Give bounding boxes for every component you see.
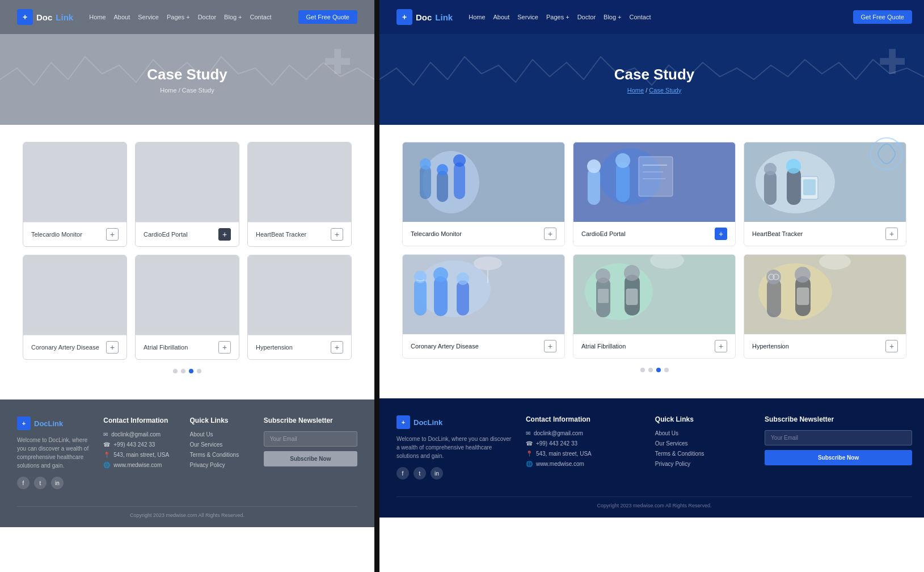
left-footer-link-2[interactable]: Our Services — [189, 441, 252, 448]
right-hero-cross: ✚ — [878, 45, 906, 79]
right-card-4-svg — [403, 255, 564, 334]
left-card-1-footer: Telecardio Monitor + — [23, 222, 126, 246]
right-social-in[interactable]: in — [431, 467, 443, 480]
right-footer-contact-address: 📍 543, main street, USA — [526, 451, 644, 457]
right-card-6-plus[interactable]: + — [885, 340, 898, 352]
left-card-6: Hypertension + — [247, 255, 352, 360]
left-nav-pages[interactable]: Pages + — [167, 14, 190, 20]
right-social-tw[interactable]: t — [414, 467, 426, 480]
right-card-3-title: HeartBeat Tracker — [752, 230, 803, 237]
right-dot-3[interactable] — [656, 368, 661, 372]
right-footer-link-3[interactable]: Terms & Conditions — [655, 451, 753, 457]
left-card-4-plus[interactable]: + — [106, 341, 119, 354]
right-dot-2[interactable] — [648, 368, 653, 372]
left-nav-service[interactable]: Service — [138, 14, 159, 20]
right-hero-breadcrumb-home[interactable]: Home — [627, 87, 644, 94]
left-footer-contact-phone: ☎ +99) 443 242 33 — [103, 441, 178, 448]
left-card-2-title: CardioEd Portal — [144, 231, 188, 238]
left-footer-logo: + DocLink — [17, 417, 92, 430]
right-dot-1[interactable] — [640, 368, 645, 372]
right-footer-newsletter-heading: Subscribe Newsletter — [765, 415, 912, 423]
left-logo-icon: + — [17, 9, 33, 25]
right-card-6-image — [744, 255, 906, 334]
left-nav-home[interactable]: Home — [89, 14, 106, 20]
left-nav-doctor[interactable]: Doctor — [198, 14, 216, 20]
left-card-4-image — [23, 255, 126, 335]
svg-rect-56 — [797, 288, 809, 305]
left-nav-contact[interactable]: Contact — [250, 14, 272, 20]
left-dot-4[interactable] — [197, 369, 201, 373]
left-card-3: HeartBeat Tracker + — [247, 142, 352, 247]
right-nav: + DocLink Home About Service Pages + Doc… — [379, 0, 924, 34]
left-card-1-plus[interactable]: + — [106, 228, 119, 241]
right-footer-divider — [396, 497, 912, 497]
left-dot-2[interactable] — [181, 369, 185, 373]
right-card-5-plus[interactable]: + — [715, 340, 727, 352]
right-decoration — [867, 134, 906, 176]
right-card-2-plus[interactable]: + — [715, 228, 727, 240]
left-card-5-footer: Atrial Fibrillation + — [136, 335, 239, 359]
right-card-1-plus[interactable]: + — [544, 228, 556, 240]
left-nav-about[interactable]: About — [114, 14, 130, 20]
left-card-2: CardioEd Portal + — [135, 142, 239, 247]
svg-point-30 — [417, 260, 491, 317]
right-footer: + DocLink Welcome to DocLink, where you … — [379, 398, 924, 518]
left-footer-contact-web: 🌐 www.medwise.com — [103, 462, 178, 468]
right-footer-link-4[interactable]: Privacy Policy — [655, 461, 753, 467]
left-card-3-plus[interactable]: + — [331, 228, 343, 241]
right-footer-link-1[interactable]: About Us — [655, 430, 753, 436]
left-dot-3[interactable] — [189, 369, 193, 373]
right-nav-service[interactable]: Service — [517, 14, 538, 20]
right-card-2-title: CardioEd Portal — [581, 230, 626, 237]
left-social-in[interactable]: in — [51, 477, 64, 489]
right-card-4: Coronary Artery Disease + — [402, 254, 565, 359]
right-footer-socials: f t in — [396, 467, 514, 480]
svg-point-2 — [896, 142, 900, 146]
left-social-fb[interactable]: f — [17, 477, 29, 489]
right-footer-link-2[interactable]: Our Services — [655, 440, 753, 447]
left-panel: + DocLink Home About Service Pages + Doc… — [0, 0, 374, 572]
left-newsletter-btn[interactable]: Subscribe Now — [264, 451, 357, 466]
right-card-4-plus[interactable]: + — [544, 340, 556, 352]
right-card-3-plus[interactable]: + — [885, 228, 898, 240]
svg-point-40 — [585, 263, 653, 320]
right-footer-desc: Welcome to DocLink, where you can discov… — [396, 435, 514, 460]
right-hero: ✚ Case Study Home / Case Study — [379, 34, 924, 125]
left-footer-link-1[interactable]: About Us — [189, 431, 252, 438]
svg-rect-46 — [626, 289, 638, 305]
right-nav-pages[interactable]: Pages + — [546, 14, 569, 20]
right-cards-grid: Telecardio Monitor + — [402, 142, 906, 359]
left-nav: + DocLink Home About Service Pages + Doc… — [0, 0, 374, 34]
right-dot-4[interactable] — [664, 368, 669, 372]
svg-rect-35 — [457, 280, 469, 316]
right-hero-breadcrumb-current[interactable]: Case Study — [649, 87, 681, 94]
right-footer-contact-web: 🌐 www.medwise.com — [526, 461, 644, 467]
right-newsletter-btn[interactable]: Subscribe Now — [765, 450, 912, 465]
left-card-6-plus[interactable]: + — [331, 341, 343, 354]
left-footer-link-4[interactable]: Privacy Policy — [189, 462, 252, 468]
left-cards-grid: Telecardio Monitor + CardioEd Portal + H… — [23, 142, 352, 360]
right-nav-cta[interactable]: Get Free Quote — [853, 10, 912, 24]
left-nav-cta[interactable]: Get Free Quote — [298, 10, 357, 24]
right-cards-section: Telecardio Monitor + — [379, 125, 924, 398]
right-nav-about[interactable]: About — [493, 14, 510, 20]
right-nav-home[interactable]: Home — [469, 14, 485, 20]
left-dot-1[interactable] — [173, 369, 178, 373]
left-card-6-title: Hypertension — [256, 344, 293, 351]
right-social-fb[interactable]: f — [396, 467, 409, 480]
left-card-2-plus[interactable]: + — [218, 228, 231, 241]
left-card-1: Telecardio Monitor + — [23, 142, 127, 247]
left-footer-link-3[interactable]: Terms & Conditions — [189, 452, 252, 458]
right-nav-contact[interactable]: Contact — [630, 14, 651, 20]
left-newsletter-input[interactable] — [264, 431, 357, 447]
right-hero-breadcrumb: Home / Case Study — [627, 87, 681, 94]
left-social-tw[interactable]: t — [34, 477, 47, 489]
right-nav-blog[interactable]: Blog + — [604, 14, 622, 20]
left-footer-col-1: + DocLink Welcome to DocLink, where you … — [17, 417, 92, 489]
right-nav-doctor[interactable]: Doctor — [577, 14, 596, 20]
svg-rect-7 — [454, 162, 465, 199]
right-newsletter-input[interactable] — [765, 430, 912, 445]
left-card-5-plus[interactable]: + — [218, 341, 231, 354]
left-nav-blog[interactable]: Blog + — [224, 14, 242, 20]
svg-rect-50 — [767, 279, 781, 317]
